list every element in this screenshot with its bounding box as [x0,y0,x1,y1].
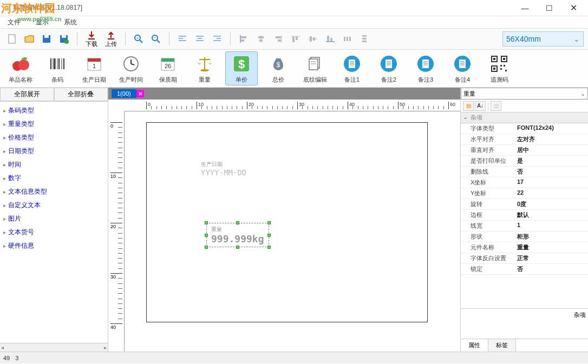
minimize-button[interactable]: — [513,1,537,16]
properties-description: 杂项 [461,308,588,339]
property-row[interactable]: 旋转0度 [461,199,588,210]
tool-qr[interactable]: 追溯码 [483,53,515,84]
zoom-in-button[interactable]: + [131,31,146,47]
obj-align-middle-button[interactable] [305,31,321,47]
property-row[interactable]: 形状柜形 [461,231,588,242]
titlebar: 标签编辑器[V1.18.0817] — ☐ ✕ [0,0,588,16]
svg-rect-37 [313,37,315,41]
save-as-button[interactable] [56,31,71,47]
align-left-button[interactable] [175,31,190,47]
label-canvas[interactable]: 生产日期 YYYY-MM-DD 重量 999.999kg [146,122,428,322]
property-row[interactable]: X坐标17 [461,177,588,188]
collapse-all-button[interactable]: 全部折叠 [54,88,108,101]
field-weight[interactable]: 重量 999.999kg [206,223,269,247]
obj-align-right-button[interactable] [271,31,286,47]
download-button[interactable]: 下载 [83,30,100,48]
new-button[interactable] [4,31,19,47]
property-row[interactable]: 锁定否 [461,264,588,275]
property-row[interactable]: 水平对齐左对齐 [461,134,588,145]
doc-blue-icon [452,53,473,75]
svg-rect-27 [258,36,264,38]
tool-calendar-green[interactable]: 26保质期 [152,53,184,84]
distribute-v-button[interactable] [357,31,373,47]
svg-text:+: + [136,36,139,41]
field-production-date[interactable]: 生产日期 YYYY-MM-DD [201,161,246,177]
property-row[interactable]: 线宽1 [461,221,588,231]
tab-close-button[interactable]: ✕ [136,90,144,97]
svg-rect-105 [505,70,507,71]
obj-align-top-button[interactable] [288,31,303,47]
obj-align-center-h-button[interactable] [253,31,269,47]
prop-sort-button[interactable]: A↓ [475,101,486,111]
design-surface[interactable]: 生产日期 YYYY-MM-DD 重量 999.999kg [125,111,460,352]
svg-rect-87 [422,59,429,68]
open-button[interactable] [22,31,37,47]
scrollbar-h[interactable]: ◂▸ [0,343,108,352]
properties-header[interactable]: 重量 [461,88,588,100]
tool-pages[interactable]: 底纹编辑 [299,53,331,84]
tree-item[interactable]: 图片 [2,212,106,226]
clock-icon [120,53,142,75]
svg-point-48 [18,59,29,70]
tool-apples[interactable]: 单品名称 [4,53,37,84]
tool-dollar-green[interactable]: $单价 [225,51,258,85]
tree-item[interactable]: 数字 [2,171,106,185]
tool-clock[interactable]: 生产时间 [115,53,147,84]
zoom-out-button[interactable]: − [148,31,164,47]
tool-barcode[interactable]: 条码 [41,53,74,84]
tool-calendar-red[interactable]: 1生产日期 [78,53,110,84]
align-center-button[interactable] [192,31,207,47]
property-row[interactable]: 是否打印单位是 [461,156,588,167]
property-row[interactable]: 元件名称重量 [461,242,588,253]
prop-pages-button[interactable]: ▥ [491,101,501,111]
property-row[interactable]: 字体反白设置正常 [461,253,588,264]
tool-doc-blue[interactable]: 备注3 [409,53,442,84]
maximize-button[interactable]: ☐ [537,1,561,16]
svg-rect-31 [278,39,281,42]
align-right-button[interactable] [210,31,225,47]
tree-item[interactable]: 条码类型 [2,104,106,117]
menu-display[interactable]: 显示 [32,17,52,28]
tree-item[interactable]: 文本货号 [2,226,106,239]
tab-labels[interactable]: 标签 [488,339,516,352]
obj-align-bottom-button[interactable] [323,31,338,47]
tool-scales[interactable]: 重量 [188,53,221,84]
property-row[interactable]: 删除线否 [461,167,588,177]
property-row[interactable]: 垂直对齐居中 [461,145,588,156]
tool-doc-blue[interactable]: 备注2 [373,53,405,84]
svg-text:1: 1 [93,63,96,69]
document-tab[interactable]: 1(00) [112,89,136,98]
upload-button[interactable]: 上传 [102,30,120,48]
tree-item[interactable]: 价格类型 [2,131,106,144]
properties-section-misc[interactable]: 杂项 [461,112,588,123]
tab-properties[interactable]: 属性 [461,339,488,352]
tree-item[interactable]: 日期类型 [2,144,106,158]
property-row[interactable]: Y坐标22 [461,188,588,199]
tree-item[interactable]: 时间 [2,158,106,171]
tool-doc-blue[interactable]: 备注1 [336,53,368,84]
save-button[interactable] [39,31,54,47]
toolbar-elements: 单品名称条码1生产日期生产时间26保质期重量$单价$总价底纹编辑备注1备注2备注… [0,50,588,88]
tree-item[interactable]: 重量类型 [2,117,106,131]
obj-align-left-button[interactable] [236,31,251,47]
property-row[interactable]: 边框默认 [461,210,588,221]
tree-item[interactable]: 文本信息类型 [2,185,106,198]
menu-system[interactable]: 系统 [61,17,80,28]
tree-item[interactable]: 自定义文本 [2,198,106,212]
pages-icon [304,53,326,75]
svg-rect-104 [500,68,502,70]
doc-blue-icon [378,53,400,75]
calendar-green-icon: 26 [157,53,179,75]
svg-text:26: 26 [165,63,171,69]
property-row[interactable]: 字体类型FONT(12x24) [461,123,588,134]
tool-doc-blue[interactable]: 备注4 [446,53,479,84]
tree-item[interactable]: 硬件信息 [2,239,106,253]
tool-money-bag[interactable]: $总价 [262,53,295,84]
expand-all-button[interactable]: 全部展开 [0,88,54,101]
prop-categorize-button[interactable]: ▤ [463,101,474,111]
size-selector[interactable]: 56X40mm ⌄ [502,31,584,47]
svg-rect-39 [327,36,329,41]
close-button[interactable]: ✕ [561,1,586,16]
menu-file[interactable]: 文件 [4,17,24,28]
distribute-h-button[interactable] [340,31,355,47]
